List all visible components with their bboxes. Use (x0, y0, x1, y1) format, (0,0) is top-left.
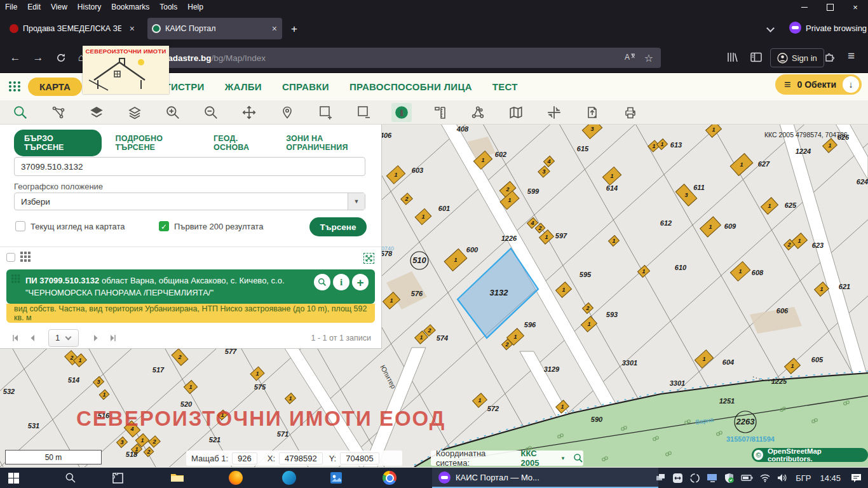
osm-attribution-badge[interactable]: © OpenStreetMap contributors. (752, 448, 868, 462)
tool-layers-icon[interactable] (125, 103, 144, 122)
tool-share-polygon-icon[interactable] (468, 103, 487, 122)
tool-location-pin-icon[interactable] (278, 103, 297, 122)
photos-icon[interactable] (327, 469, 346, 487)
page-next-icon[interactable] (93, 334, 99, 342)
tool-coordinates-axes-icon[interactable] (545, 103, 564, 122)
signin-button[interactable]: Sign in (770, 48, 824, 67)
translate-icon[interactable]: A (625, 52, 635, 64)
select-all-checkbox[interactable] (6, 253, 15, 262)
page-first-icon[interactable] (11, 334, 19, 342)
nav-item-spravki[interactable]: СПРАВКИ (282, 81, 329, 92)
tab-close-icon[interactable]: × (130, 24, 135, 34)
edge-icon[interactable] (282, 471, 296, 485)
result-zoom-icon[interactable] (314, 274, 330, 290)
tray-battery-icon[interactable] (741, 474, 753, 482)
app-private-firefox-icon (438, 471, 451, 484)
tool-zoom-out-icon[interactable] (201, 103, 220, 122)
page-last-icon[interactable] (109, 334, 117, 342)
menu-edit[interactable]: Edit (22, 3, 46, 11)
menu-file[interactable]: File (0, 3, 22, 11)
tab-close-icon[interactable]: × (272, 24, 277, 34)
library-icon[interactable] (726, 51, 738, 66)
search-input[interactable]: 37099.510.3132 (14, 157, 365, 176)
tool-search-icon[interactable] (11, 103, 30, 122)
app-menu-hamburger-icon[interactable]: ≡ (848, 49, 855, 63)
tray-teamviewer-icon[interactable] (672, 473, 683, 484)
task-view-icon[interactable] (108, 469, 127, 487)
tab-restriction-zones[interactable]: ЗОНИ НА ОГРАНИЧЕНИЯ (286, 134, 381, 152)
tool-print-icon[interactable] (621, 103, 640, 122)
browser-tab-active[interactable]: КАИС Портал × (147, 18, 282, 39)
chrome-icon[interactable] (383, 471, 397, 485)
menu-view[interactable]: View (46, 3, 72, 11)
reload-icon[interactable] (51, 48, 71, 68)
tray-display-icon[interactable] (707, 473, 717, 483)
tool-select-rect-add-icon[interactable] (316, 103, 335, 122)
objects-expand-arrow-icon[interactable]: ↓ (843, 76, 859, 93)
menu-help[interactable]: Help (182, 3, 208, 11)
url-bar[interactable]: kais.cadastre.bg/bg/Map/Index A ☆ (90, 48, 661, 68)
tab-detailed-search[interactable]: ПОДРОБНО ТЪРСЕНЕ (116, 134, 200, 152)
zoom-to-results-icon[interactable] (363, 253, 374, 264)
window-restore-button[interactable] (817, 0, 843, 14)
nav-item-zhalbi[interactable]: ЖАЛБИ (225, 81, 262, 92)
tray-hidden-icons[interactable] (656, 473, 666, 482)
tool-network-icon[interactable] (49, 103, 68, 122)
page-number-select[interactable]: 1 (48, 329, 79, 347)
tool-info-icon[interactable]: i (391, 103, 412, 122)
forward-icon[interactable]: → (28, 48, 48, 68)
menu-tools[interactable]: Tools (154, 3, 182, 11)
tray-wifi-icon[interactable] (759, 473, 771, 482)
window-minimize-button[interactable] (792, 0, 817, 14)
crs-dropdown-arrow-icon[interactable]: ▼ (560, 456, 566, 461)
start-button-icon[interactable] (4, 469, 23, 487)
tray-language-indicator[interactable]: БГР (796, 473, 811, 483)
tool-export-icon[interactable] (583, 103, 602, 122)
bookmark-star-icon[interactable]: ☆ (644, 52, 653, 64)
taskbar-search-icon[interactable] (61, 469, 80, 487)
new-tab-button[interactable]: + (291, 23, 297, 36)
list-tabs-chevron-icon[interactable] (766, 24, 775, 32)
tray-security-shield-icon[interactable] (724, 473, 735, 484)
result-add-icon[interactable]: + (352, 274, 369, 290)
menu-bookmarks[interactable]: Bookmarks (106, 3, 154, 11)
grid-view-icon[interactable] (20, 252, 31, 265)
objects-counter-pill[interactable]: ≡ 0 Обекти ↓ (775, 74, 862, 95)
result-info-icon[interactable]: i (333, 274, 349, 290)
tab-quick-search[interactable]: БЪРЗО ТЪРСЕНЕ (14, 130, 102, 156)
checkbox-current-view[interactable] (15, 221, 25, 231)
sidebar-toggle-icon[interactable] (750, 51, 763, 66)
tool-measure-icon[interactable] (430, 103, 449, 122)
taskbar-app-kais[interactable]: КАИС Портал — Mo... (432, 468, 658, 488)
crs-search-icon[interactable] (573, 453, 583, 463)
window-close-button[interactable]: × (843, 0, 868, 14)
tool-layers-filled-icon[interactable] (87, 103, 106, 122)
firefox-icon[interactable] (229, 471, 243, 485)
nav-item-test[interactable]: ТЕСТ (492, 81, 518, 92)
x-value: 4798592 (279, 452, 323, 464)
apps-grid-icon[interactable] (8, 79, 22, 93)
checkbox-first-200[interactable]: ✓ (159, 221, 169, 231)
crs-value[interactable]: ККС 2005 (521, 449, 555, 468)
tool-zoom-in-icon[interactable] (163, 103, 182, 122)
tray-clock[interactable]: 14:45 (820, 473, 841, 483)
select-dropdown-arrow-icon[interactable]: ▼ (348, 193, 365, 210)
file-explorer-icon[interactable] (168, 469, 187, 487)
page-prev-icon[interactable] (29, 334, 36, 342)
geo-position-select[interactable]: Избери ▼ (14, 193, 365, 210)
tab-geodetic-base[interactable]: ГЕОД. ОСНОВА (214, 134, 272, 152)
nav-item-karta-active[interactable]: КАРТА (28, 78, 82, 96)
tool-pan-icon[interactable] (240, 103, 259, 122)
browser-tab-inactive[interactable]: Продава ЗЕМЕДЕЛСКА ЗЕМЯ в × (5, 18, 140, 39)
tray-recorder-icon[interactable] (689, 473, 700, 484)
back-icon[interactable]: ← (5, 48, 25, 68)
search-button[interactable]: Търсене (309, 217, 367, 236)
nav-item-pravosposobni[interactable]: ПРАВОСПОСОБНИ ЛИЦА (349, 81, 472, 92)
tray-volume-icon[interactable] (777, 473, 788, 482)
action-center-icon[interactable] (851, 473, 862, 483)
tool-map-icon[interactable] (506, 103, 526, 122)
extension-icon[interactable] (824, 51, 836, 65)
tool-select-rect-remove-icon[interactable] (354, 103, 373, 122)
result-card[interactable]: ПИ 37099.510.3132 област Варна, община А… (6, 269, 375, 304)
menu-history[interactable]: History (72, 3, 106, 11)
